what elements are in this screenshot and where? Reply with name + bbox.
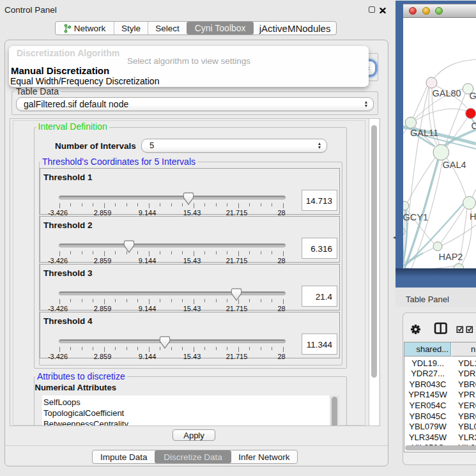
svg-text:HAP: HAP [470, 211, 476, 222]
svg-text:GAL80: GAL80 [433, 88, 461, 98]
svg-text:HAP2: HAP2 [439, 252, 463, 262]
svg-text:GCY1: GCY1 [403, 212, 428, 222]
svg-text:GAL3: GAL3 [470, 91, 476, 101]
svg-text:CRP: CRP [472, 121, 476, 131]
svg-text:GAL11: GAL11 [410, 128, 438, 138]
svg-text:GAL4: GAL4 [443, 160, 466, 170]
